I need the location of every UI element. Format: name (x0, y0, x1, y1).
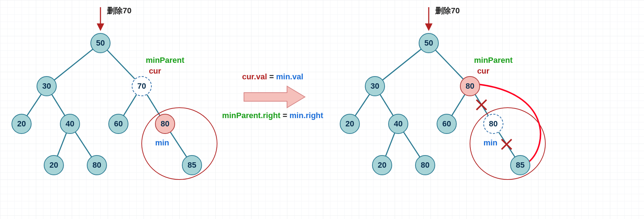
node-30-left: 30 (37, 76, 57, 96)
node-20-left: 20 (11, 114, 32, 134)
transition-arrow (244, 86, 305, 108)
node-30-right: 30 (365, 76, 385, 96)
node-20b-right: 20 (372, 155, 392, 175)
node-60-left: 60 (108, 114, 128, 134)
node-70-left: 70 (132, 76, 152, 96)
node-40-left: 40 (60, 114, 80, 134)
node-40-right: 40 (388, 114, 408, 134)
svg-line-10 (375, 43, 429, 86)
node-20b-left: 20 (44, 155, 64, 175)
node-85-left: 85 (182, 155, 202, 175)
equation-2: minParent.right = min.right (222, 111, 323, 120)
node-80-highlight-left: 80 (155, 114, 175, 134)
right-removed-x1 (476, 100, 486, 110)
svg-line-0 (47, 43, 100, 86)
node-80b-right: 80 (415, 155, 435, 175)
eq2-rhs: min.right (290, 111, 323, 120)
cur-label-right: cur (477, 66, 489, 76)
svg-marker-9 (244, 86, 305, 108)
eq1-eq: = (267, 72, 276, 81)
node-50-right: 50 (419, 33, 439, 53)
min-label-right: min (483, 138, 497, 148)
min-label-left: min (155, 138, 169, 148)
left-subtree-circle (142, 108, 217, 180)
delete-label-left: 删除70 (107, 5, 131, 16)
node-80b-left: 80 (87, 155, 107, 175)
diagram-svg (0, 0, 644, 219)
node-80old-right: 80 (483, 114, 503, 134)
equation-1: cur.val = min.val (242, 72, 304, 81)
cur-label-left: cur (149, 66, 161, 76)
node-80top-right: 80 (460, 76, 480, 96)
eq1-rhs: min.val (276, 72, 303, 81)
minparent-label-left: minParent (146, 56, 184, 65)
eq2-lhs: minParent.right (222, 111, 281, 120)
right-removed-x2 (502, 139, 512, 149)
node-50-left: 50 (90, 33, 111, 53)
node-60-right: 60 (437, 114, 457, 134)
node-85-right: 85 (510, 155, 530, 175)
node-20-right: 20 (340, 114, 360, 134)
eq1-lhs: cur.val (242, 72, 267, 81)
delete-label-right: 删除70 (435, 5, 460, 16)
eq2-eq: = (281, 111, 290, 120)
minparent-label-right: minParent (474, 56, 513, 65)
